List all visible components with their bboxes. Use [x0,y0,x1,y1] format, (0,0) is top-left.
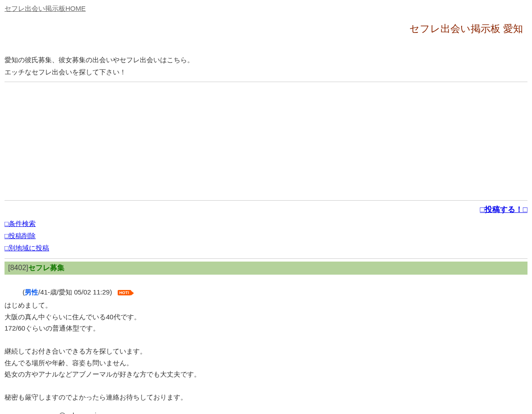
home-link[interactable]: セフレ出会い掲示板HOME [5,5,86,12]
divider [5,82,527,82]
ad-spacer [5,85,527,198]
nav-delete[interactable]: □投稿削除 [5,230,36,242]
post-meta-rest: /41-歳/愛知 05/02 11:29) [38,288,112,296]
post-meta: (男性/41-歳/愛知 05/02 11:29) HOT! [23,288,527,297]
intro-line-1: 愛知の彼氏募集、彼女募集の出会いやセフレ出会いはこちら。 [5,56,194,64]
post-button[interactable]: □投稿する！□ [480,205,527,214]
page-title: セフレ出会い掲示板 愛知 [5,22,523,36]
hot-badge-icon: HOT! [118,290,131,295]
post-title: セフレ募集 [28,264,64,271]
nav-other-region[interactable]: □別地域に投稿 [5,242,49,254]
nav-search[interactable]: □条件検索 [5,217,36,230]
intro-line-2: エッチなセフレ出会いを探して下さい！ [5,68,126,76]
post-gender: 男性 [25,288,38,296]
post-header: [8402]セフレ募集 [5,262,527,275]
divider [5,200,527,201]
post-contact: @yahoo.co.jp [59,411,527,414]
post-body: はじめまして。 大阪の真ん中ぐらいに住んでいる40代です。 172/60ぐらいの… [5,299,527,403]
divider [5,258,527,259]
post-id: 8402 [10,264,26,271]
intro-text: 愛知の彼氏募集、彼女募集の出会いやセフレ出会いはこちら。 エッチなセフレ出会いを… [5,54,527,78]
nav-links: □条件検索 □投稿削除 □別地域に投稿 [5,217,527,254]
